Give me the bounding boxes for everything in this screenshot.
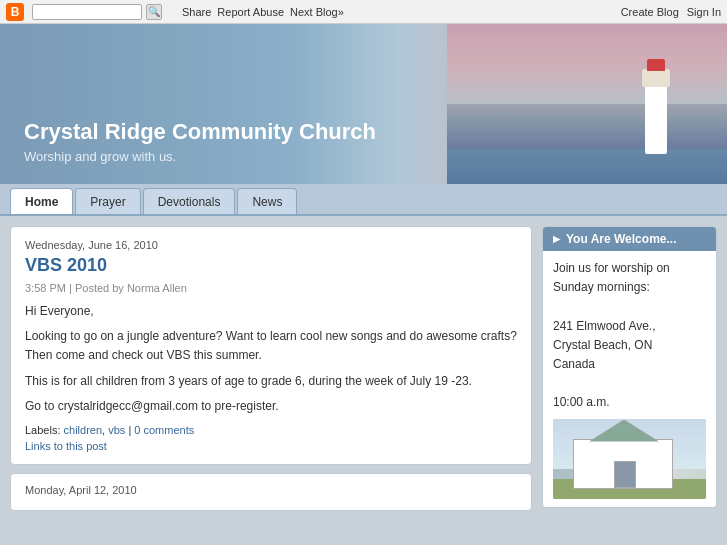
post-title: VBS 2010 bbox=[25, 255, 517, 276]
top-bar-right: Create Blog Sign In bbox=[621, 6, 721, 18]
label-children[interactable]: children bbox=[64, 424, 103, 436]
widget-line-4: Canada bbox=[553, 355, 706, 374]
blogger-logo: B bbox=[6, 3, 24, 21]
nav-bar: Home Prayer Devotionals News bbox=[0, 184, 727, 216]
post-line-2: Looking to go on a jungle adventure? Wan… bbox=[25, 327, 517, 365]
sidebar: You Are Welcome... Join us for worship o… bbox=[542, 226, 717, 545]
labels-prefix: Labels: bbox=[25, 424, 64, 436]
create-blog-link[interactable]: Create Blog bbox=[621, 6, 679, 18]
tab-home[interactable]: Home bbox=[10, 188, 73, 214]
links-to-post[interactable]: Links to this post bbox=[25, 440, 517, 452]
tab-prayer[interactable]: Prayer bbox=[75, 188, 140, 214]
search-button[interactable]: 🔍 bbox=[146, 4, 162, 20]
share-link[interactable]: Share bbox=[182, 6, 211, 18]
post-date: Wednesday, June 16, 2010 bbox=[25, 239, 517, 251]
tab-devotionals[interactable]: Devotionals bbox=[143, 188, 236, 214]
site-header: Crystal Ridge Community Church Worship a… bbox=[0, 24, 727, 184]
widget-line-1: Join us for worship on Sunday mornings: bbox=[553, 259, 706, 297]
site-subtitle: Worship and grow with us. bbox=[24, 149, 423, 164]
post-body: Hi Everyone, Looking to go on a jungle a… bbox=[25, 302, 517, 416]
widget-line-2: 241 Elmwood Ave., bbox=[553, 317, 706, 336]
widget-title-welcome: You Are Welcome... bbox=[566, 232, 676, 246]
tab-news[interactable]: News bbox=[237, 188, 297, 214]
top-bar-left: B 🔍 Share Report Abuse Next Blog» bbox=[6, 3, 621, 21]
widget-line-5: 10:00 a.m. bbox=[553, 393, 706, 412]
main-column: Wednesday, June 16, 2010 VBS 2010 3:58 P… bbox=[10, 226, 532, 545]
widget-body-welcome: Join us for worship on Sunday mornings: … bbox=[543, 251, 716, 507]
header-text: Crystal Ridge Community Church Worship a… bbox=[0, 99, 447, 184]
sidebar-widget-welcome: You Are Welcome... Join us for worship o… bbox=[542, 226, 717, 508]
church-building-illustration bbox=[573, 439, 673, 489]
lighthouse-illustration bbox=[645, 84, 667, 154]
site-title: Crystal Ridge Community Church bbox=[24, 119, 423, 145]
post-line-1: Hi Everyone, bbox=[25, 302, 517, 321]
church-image bbox=[553, 419, 706, 499]
post-line-3: This is for all children from 3 years of… bbox=[25, 372, 517, 391]
next-post-date: Monday, April 12, 2010 bbox=[25, 484, 517, 496]
header-image bbox=[447, 24, 727, 184]
report-abuse-link[interactable]: Report Abuse bbox=[217, 6, 284, 18]
top-links: Share Report Abuse Next Blog» bbox=[182, 6, 344, 18]
label-vbs[interactable]: vbs bbox=[108, 424, 125, 436]
post-card: Wednesday, June 16, 2010 VBS 2010 3:58 P… bbox=[10, 226, 532, 465]
post-labels: Labels: children, vbs | 0 comments bbox=[25, 424, 517, 436]
content-area: Wednesday, June 16, 2010 VBS 2010 3:58 P… bbox=[0, 216, 727, 545]
comments-link[interactable]: 0 comments bbox=[134, 424, 194, 436]
search-input[interactable] bbox=[32, 4, 142, 20]
next-blog-link[interactable]: Next Blog» bbox=[290, 6, 344, 18]
post-meta: 3:58 PM | Posted by Norma Allen bbox=[25, 282, 517, 294]
post-line-4: Go to crystalridgecc@gmail.com to pre-re… bbox=[25, 397, 517, 416]
sign-in-link[interactable]: Sign In bbox=[687, 6, 721, 18]
widget-line-3: Crystal Beach, ON bbox=[553, 336, 706, 355]
widget-header-welcome: You Are Welcome... bbox=[543, 227, 716, 251]
top-bar: B 🔍 Share Report Abuse Next Blog» Create… bbox=[0, 0, 727, 24]
next-post-card: Monday, April 12, 2010 bbox=[10, 473, 532, 511]
